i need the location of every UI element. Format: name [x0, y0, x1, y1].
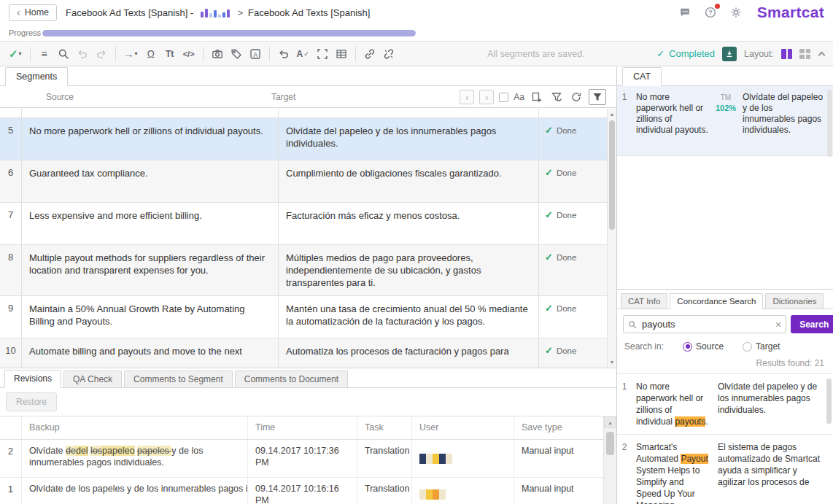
copy-source-to-target-button[interactable]: → ▾: [121, 44, 141, 63]
segment-target[interactable]: Olvídate del papeleo y de los innumerabl…: [279, 118, 539, 160]
segment-source[interactable]: Multiple payout methods for suppliers re…: [22, 245, 279, 295]
segment-row[interactable]: 5No more paperwork hell or zillions of i…: [0, 118, 616, 160]
radio-source[interactable]: Source: [683, 341, 724, 352]
segments-scrollbar[interactable]: ▲ ▼: [607, 109, 616, 368]
collapse-panel-icon[interactable]: [818, 51, 826, 58]
refresh-icon[interactable]: [569, 89, 584, 105]
concordance-search-input[interactable]: [640, 318, 772, 330]
home-button[interactable]: ‹ Home: [9, 4, 57, 21]
segment-target[interactable]: Facturación más eficaz y menos costosa.: [279, 203, 539, 244]
export-button[interactable]: [722, 47, 737, 61]
help-icon[interactable]: ?: [703, 5, 718, 20]
tab-cat-info[interactable]: CAT Info: [621, 293, 667, 309]
glossary-term-button[interactable]: [228, 44, 245, 63]
case-sensitive-toggle[interactable]: Aa: [514, 92, 524, 102]
cat-scroll-thumb[interactable]: [827, 90, 832, 157]
restore-button[interactable]: Restore: [6, 392, 57, 411]
find-replace-icon[interactable]: [55, 44, 72, 63]
special-characters-button[interactable]: Ω: [142, 44, 160, 63]
prev-segment-button[interactable]: ‹: [460, 90, 474, 104]
tab-revisions[interactable]: Revisions: [4, 370, 61, 388]
radio-source-control[interactable]: [683, 342, 692, 352]
settings-gear-icon[interactable]: [729, 5, 743, 20]
segment-row[interactable]: 6Guaranteed tax compliance.Cumplimiento …: [0, 160, 616, 203]
revision-save-type: Manual input: [514, 478, 602, 504]
revert-segment-button[interactable]: [275, 44, 292, 63]
link-button[interactable]: [361, 44, 379, 63]
revision-row[interactable]: 2Olvídate dedel lospapeleo papeles y de …: [0, 440, 616, 478]
breadcrumb-current-document[interactable]: Facebook Ad Texts [Spanish]: [248, 7, 370, 18]
tab-dictionaries[interactable]: Dictionaries: [765, 293, 824, 309]
select-segments-checkbox[interactable]: [499, 93, 508, 102]
result-text: System Helps to Simplify and Speed Up Yo…: [636, 465, 700, 504]
toolbar-right-group: ✓ Completed Layout:: [656, 47, 827, 61]
scroll-thumb[interactable]: [606, 432, 614, 455]
table-view-button[interactable]: [333, 44, 350, 63]
undo-icon[interactable]: [74, 44, 91, 63]
tab-cat[interactable]: CAT: [622, 67, 662, 86]
filter-button[interactable]: [589, 89, 606, 105]
scroll-up-icon[interactable]: ▲: [608, 109, 616, 119]
bottom-panel: RevisionsQA CheckComments to SegmentComm…: [0, 368, 616, 504]
search-box[interactable]: ×: [623, 315, 786, 333]
tab-concordance-search[interactable]: Concordance Search: [670, 293, 763, 309]
screenshot-camera-button[interactable]: [209, 44, 226, 63]
propagation-settings-icon[interactable]: [530, 89, 544, 105]
spellcheck-check-icon: ✓: [303, 50, 309, 58]
tab-segments[interactable]: Segments: [5, 67, 68, 86]
search-button[interactable]: Search: [791, 315, 833, 333]
confirm-segment-button[interactable]: ✓ ▾: [6, 44, 25, 63]
filter-confirmed-icon[interactable]: [549, 89, 564, 105]
redo-icon[interactable]: [93, 44, 110, 63]
results-scroll-thumb[interactable]: [826, 379, 832, 424]
stat-bar: [201, 12, 204, 18]
scroll-thumb[interactable]: [609, 120, 615, 230]
smartcat-logo: Smartcat: [757, 4, 824, 21]
clear-search-icon[interactable]: ×: [775, 319, 781, 330]
stat-bar: [227, 9, 230, 18]
tags-button[interactable]: </>: [180, 44, 198, 63]
unlink-button[interactable]: [380, 44, 398, 63]
concordance-result-row[interactable]: 2Smartcat's Automated Payout System Help…: [617, 435, 833, 504]
segment-target[interactable]: Múltiples medios de pago para proveedore…: [279, 245, 539, 295]
segment-row[interactable]: 10Automate billing and payouts and move …: [0, 338, 616, 368]
segment-source[interactable]: Guaranteed tax compliance.: [22, 160, 279, 202]
revision-row[interactable]: 1Olvídate de los papeles y de los innume…: [0, 478, 616, 504]
radio-target[interactable]: Target: [743, 341, 780, 352]
avatar-block: [446, 454, 452, 464]
breadcrumb-project[interactable]: Facebook Ad Texts [Spanish] -: [66, 7, 193, 18]
spellcheck-button[interactable]: A ✓: [294, 44, 312, 63]
avatar-block: [419, 454, 426, 464]
segment-source[interactable]: No more paperwork hell or zillions of in…: [22, 118, 279, 160]
segments-list-icon[interactable]: ≡: [36, 44, 53, 63]
chat-icon[interactable]: [678, 5, 692, 20]
scroll-down-icon[interactable]: ▼: [608, 357, 616, 367]
next-segment-button[interactable]: ›: [479, 90, 494, 104]
results-count: Results found: 21: [617, 357, 833, 374]
scroll-up-icon[interactable]: ▲: [604, 416, 616, 428]
segment-row[interactable]: 9Maintain a 50% Annual Growth Rate by Au…: [0, 296, 616, 338]
completed-status[interactable]: ✓ Completed: [656, 48, 715, 59]
segment-source[interactable]: Automate billing and payouts and move to…: [22, 338, 279, 368]
concordance-result-row[interactable]: 1No more paperwork hell or zillions of i…: [617, 374, 833, 435]
segment-source[interactable]: Less expensive and more efficient billin…: [22, 203, 279, 244]
segment-target[interactable]: Automatiza los procesos de facturación y…: [279, 338, 539, 368]
search-term-highlight: payouts: [675, 416, 705, 427]
radio-target-control[interactable]: [743, 342, 752, 352]
layout-grid-button[interactable]: [799, 49, 810, 59]
segment-row[interactable]: 7Less expensive and more efficient billi…: [0, 203, 616, 245]
change-case-button[interactable]: Tt: [161, 44, 179, 63]
done-check-icon: ✓: [545, 345, 553, 356]
segment-row[interactable]: 8Multiple payout methods for suppliers r…: [0, 245, 616, 296]
segment-target[interactable]: Mantén una tasa de crecimiento anual del…: [279, 296, 539, 338]
frame-selection-button[interactable]: [314, 44, 331, 63]
cat-match-row[interactable]: 1No more paperwork hell or zillions of i…: [617, 86, 833, 156]
segment-target[interactable]: Cumplimiento de obligaciones fiscales ga…: [279, 160, 539, 202]
tab-comments-to-document[interactable]: Comments to Document: [235, 371, 348, 387]
tab-comments-to-segment[interactable]: Comments to Segment: [124, 371, 233, 387]
segment-source[interactable]: Maintain a 50% Annual Growth Rate by Aut…: [22, 296, 279, 338]
revisions-scrollbar[interactable]: ▲ ▼: [603, 416, 616, 504]
tab-qa-check[interactable]: QA Check: [63, 371, 122, 387]
machine-translation-button[interactable]: A: [247, 44, 264, 63]
layout-columns-button[interactable]: [781, 49, 792, 59]
